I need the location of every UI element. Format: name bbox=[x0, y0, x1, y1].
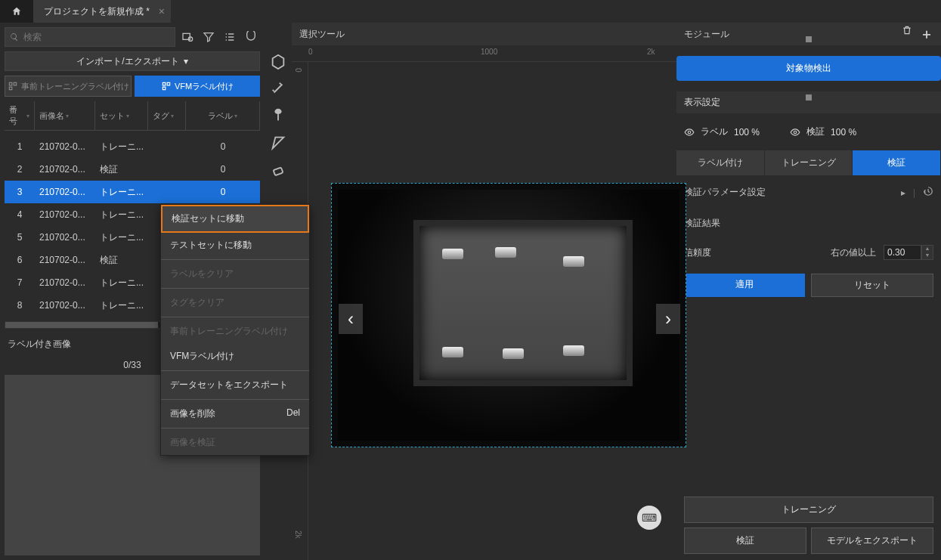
ruler-horizontal: 0 1000 2k bbox=[292, 45, 676, 62]
verify-param-heading: 検証パラメータ設定 bbox=[684, 186, 766, 199]
spin-up-icon[interactable]: ▲ bbox=[922, 246, 933, 252]
annotated-image[interactable] bbox=[331, 183, 686, 447]
cm-delete-shortcut: Del bbox=[286, 407, 300, 420]
cm-clear-label: ラベルをクリア bbox=[161, 261, 309, 286]
table-row[interactable]: 1210702-0...トレーニ...0 bbox=[5, 135, 260, 158]
spin-down-icon[interactable]: ▼ bbox=[922, 252, 933, 259]
cm-vfm-label[interactable]: VFMラベル付け bbox=[161, 344, 309, 369]
table-header: 番号▾ 画像名▾ セット▾ タグ▾ ラベル▾ bbox=[5, 101, 260, 131]
tab-verify[interactable]: 検証 bbox=[853, 150, 941, 175]
vis-label-pct: 100 % bbox=[734, 127, 760, 138]
image-filter-icon[interactable] bbox=[178, 28, 197, 46]
module-name: 対象物検出 bbox=[786, 63, 831, 73]
search-field[interactable] bbox=[23, 32, 170, 42]
confidence-field[interactable] bbox=[884, 245, 921, 260]
export-model-button[interactable]: モデルをエクスポート bbox=[811, 528, 933, 554]
cm-delete-image[interactable]: 画像を削除 Del bbox=[161, 401, 309, 426]
eye-icon[interactable] bbox=[684, 127, 695, 138]
verify-result-heading: 検証結果 bbox=[676, 209, 941, 237]
magic-wand-icon[interactable] bbox=[270, 80, 286, 97]
close-icon[interactable]: × bbox=[159, 5, 165, 17]
history-icon[interactable] bbox=[923, 186, 933, 199]
lasso-tool-icon[interactable] bbox=[270, 135, 286, 151]
layout-icon[interactable] bbox=[242, 28, 260, 46]
eye-icon[interactable] bbox=[790, 127, 800, 138]
cm-export-dataset[interactable]: データセットをエクスポート bbox=[161, 373, 309, 398]
vis-verify-pct: 100 % bbox=[831, 127, 856, 138]
home-icon[interactable] bbox=[0, 0, 33, 23]
verify-button[interactable]: 検証 bbox=[684, 528, 806, 554]
funnel-icon[interactable] bbox=[200, 28, 218, 46]
image-viewport[interactable]: ‹ › ⌨ bbox=[308, 62, 676, 560]
tab-labeling[interactable]: ラベル付け bbox=[676, 150, 765, 175]
keyboard-icon[interactable]: ⌨ bbox=[637, 506, 661, 530]
svg-rect-3 bbox=[277, 114, 279, 120]
table-row[interactable]: 2210702-0...検証0 bbox=[5, 158, 260, 181]
chevron-down-icon: ▾ bbox=[184, 56, 188, 67]
col-set[interactable]: セット▾ bbox=[95, 101, 148, 130]
vfm-label-text: VFMラベル付け bbox=[175, 81, 234, 92]
import-export-button[interactable]: インポート/エクスポート ▾ bbox=[5, 51, 260, 71]
vis-verify-text: 検証 bbox=[806, 125, 825, 138]
tab-training[interactable]: トレーニング bbox=[765, 150, 853, 175]
training-button[interactable]: トレーニング bbox=[684, 497, 933, 523]
module-panel-heading: モジュール bbox=[684, 28, 729, 41]
brush-tool-icon[interactable] bbox=[270, 107, 286, 124]
svg-point-5 bbox=[688, 131, 691, 134]
import-export-label: インポート/エクスポート bbox=[76, 55, 178, 68]
next-image-button[interactable]: › bbox=[656, 304, 680, 334]
confidence-op: 右の値以上 bbox=[831, 246, 876, 259]
pretrain-label-text: 事前トレーニングラベル付け bbox=[21, 81, 129, 92]
polygon-tool-icon[interactable] bbox=[270, 53, 286, 70]
search-input[interactable] bbox=[5, 27, 175, 47]
svg-rect-4 bbox=[274, 168, 283, 176]
module-pill[interactable]: 対象物検出 bbox=[676, 56, 941, 81]
eraser-tool-icon[interactable] bbox=[270, 162, 286, 178]
cm-verify-image: 画像を検証 bbox=[161, 430, 309, 455]
cm-clear-tag: タグをクリア bbox=[161, 290, 309, 315]
cm-move-validation[interactable]: 検証セットに移動 bbox=[161, 205, 309, 233]
context-menu: 検証セットに移動 テストセットに移動 ラベルをクリア タグをクリア 事前トレーニ… bbox=[160, 204, 310, 456]
confidence-label: 信頼度 bbox=[684, 246, 823, 259]
svg-point-6 bbox=[794, 131, 797, 134]
vfm-label-button[interactable]: VFMラベル付け bbox=[135, 76, 260, 97]
table-row[interactable]: 3210702-0...トレーニ...0 bbox=[5, 181, 260, 203]
apply-button[interactable]: 適用 bbox=[684, 274, 805, 297]
col-image-name[interactable]: 画像名▾ bbox=[35, 101, 95, 130]
list-icon[interactable] bbox=[221, 28, 239, 46]
col-number[interactable]: 番号▾ bbox=[5, 101, 35, 130]
center-heading: 選択ツール bbox=[292, 23, 676, 45]
col-label[interactable]: ラベル▾ bbox=[186, 101, 260, 130]
cm-move-test[interactable]: テストセットに移動 bbox=[161, 233, 309, 258]
trash-icon[interactable] bbox=[902, 25, 912, 43]
project-tab[interactable]: プロジェクトを新規作成 * × bbox=[33, 0, 171, 23]
plus-icon[interactable]: ＋ bbox=[920, 25, 933, 43]
play-icon[interactable]: ▸ bbox=[901, 187, 905, 198]
svg-point-2 bbox=[274, 109, 281, 114]
tab-title: プロジェクトを新規作成 * bbox=[44, 5, 150, 18]
cm-pretrain-label: 事前トレーニングラベル付け bbox=[161, 319, 309, 344]
reset-button[interactable]: リセット bbox=[811, 274, 933, 297]
vis-label-text: ラベル bbox=[701, 125, 728, 138]
confidence-input[interactable]: ▲▼ bbox=[884, 245, 933, 260]
col-tag[interactable]: タグ▾ bbox=[148, 101, 186, 130]
prev-image-button[interactable]: ‹ bbox=[339, 304, 363, 334]
pretrain-label-button[interactable]: 事前トレーニングラベル付け bbox=[5, 76, 132, 97]
